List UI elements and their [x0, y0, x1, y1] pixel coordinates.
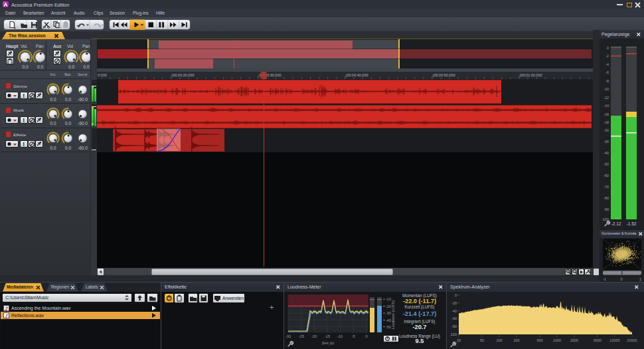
svg-text:|00:01:00.000: |00:01:00.000: [520, 73, 542, 77]
svg-text:-12: -12: [604, 96, 609, 100]
svg-text:2000: 2000: [570, 338, 578, 342]
svg-text:20000: 20000: [627, 338, 637, 342]
svg-text:-6: -6: [605, 70, 609, 74]
svg-text:-22.0 (-11.7): -22.0 (-11.7): [403, 298, 436, 304]
svg-text:50: 50: [480, 338, 484, 342]
svg-text:-4: -4: [605, 62, 609, 66]
svg-text:1: 1: [639, 277, 641, 281]
svg-text:10000: 10000: [609, 338, 619, 342]
svg-text:-10: -10: [386, 297, 391, 301]
svg-text:-1: -1: [603, 277, 606, 281]
svg-text:-1.52: -1.52: [627, 221, 637, 226]
svg-text:-16: -16: [604, 112, 609, 116]
svg-text:-60: -60: [604, 174, 609, 177]
svg-text:|00:00:50.000: |00:00:50.000: [433, 73, 455, 77]
svg-text:-30: -30: [386, 311, 391, 315]
svg-text:-10: -10: [604, 87, 609, 91]
svg-text:-2.12: -2.12: [611, 221, 621, 226]
svg-text:-5: -5: [352, 334, 355, 338]
svg-text:100: 100: [451, 332, 457, 336]
svg-text:100: 100: [496, 338, 502, 342]
svg-text:|00:00:20.000: |00:00:20.000: [172, 73, 195, 77]
svg-text:5000: 5000: [594, 338, 602, 342]
svg-text:-50: -50: [604, 162, 609, 166]
svg-text:-14: -14: [604, 104, 609, 108]
svg-text:-25: -25: [299, 334, 304, 338]
svg-text:-20: -20: [386, 304, 391, 308]
svg-text:Kurzzeit (LUFS): Kurzzeit (LUFS): [405, 304, 435, 310]
svg-text:-20: -20: [604, 128, 609, 132]
svg-text:0: 0: [607, 46, 609, 50]
svg-text:-60: -60: [451, 316, 457, 320]
svg-text:-20: -20: [311, 334, 317, 338]
svg-text:-40: -40: [386, 318, 391, 322]
svg-text:-2: -2: [605, 54, 609, 58]
svg-text:-30: -30: [604, 140, 609, 144]
svg-text:0: 0: [365, 334, 367, 338]
svg-text:|00:00:40.000: |00:00:40.000: [346, 73, 368, 77]
svg-text:-50: -50: [386, 325, 391, 329]
svg-text:-10: -10: [337, 334, 343, 338]
svg-text:-90: -90: [604, 207, 609, 211]
svg-text:-20: -20: [451, 301, 457, 305]
svg-text:-21.4 (-17.7): -21.4 (-17.7): [403, 310, 437, 317]
svg-text:9.5: 9.5: [416, 338, 424, 344]
svg-text:200: 200: [513, 338, 519, 342]
svg-text:-20.7: -20.7: [413, 324, 427, 330]
svg-text:-40: -40: [604, 151, 609, 155]
svg-text:1000: 1000: [553, 338, 561, 342]
svg-text:0:000: 0:000: [98, 73, 107, 77]
svg-text:-8: -8: [605, 79, 609, 83]
svg-text:0: 0: [620, 277, 622, 281]
svg-text:Zeit (s): Zeit (s): [322, 341, 335, 345]
svg-text:Loudness (LUFS): Loudness (LUFS): [391, 300, 395, 329]
svg-text:-15: -15: [325, 334, 330, 338]
svg-text:-70: -70: [604, 185, 609, 189]
svg-text:20: 20: [457, 338, 461, 342]
svg-text:-80: -80: [604, 196, 609, 200]
svg-text:500: 500: [536, 338, 542, 342]
svg-text:-40: -40: [451, 309, 457, 313]
svg-text:-18: -18: [604, 120, 609, 124]
svg-text:-30: -30: [285, 334, 291, 338]
svg-text:-80: -80: [451, 324, 457, 328]
svg-text:0: 0: [455, 293, 457, 297]
